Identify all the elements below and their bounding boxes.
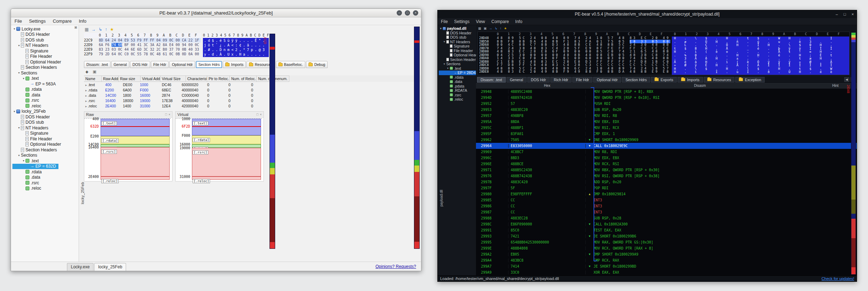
up-arrow-icon[interactable]: ↑ <box>500 27 502 30</box>
tree-item[interactable]: EP = 28D48 <box>439 71 476 75</box>
check-updates-link[interactable]: Check for updates! <box>822 276 854 281</box>
expander-icon[interactable]: ▾ <box>446 67 450 70</box>
detail-tab[interactable]: Imports <box>677 77 703 83</box>
tree-item[interactable]: Optional Header <box>12 142 63 147</box>
expander-icon[interactable]: ▾ <box>442 40 446 43</box>
up-arrow-icon[interactable]: ↑ <box>105 27 107 32</box>
tree-item[interactable]: ▾ payload.dll <box>439 26 468 31</box>
opinions-link[interactable]: Opinions? Requests? <box>375 264 416 269</box>
disasm-row[interactable]: 299A7 7414 ▼ JE SHORT 0x1800299BD <box>476 263 857 269</box>
disasm-column-title[interactable]: Disasm <box>586 84 814 89</box>
tree-item[interactable]: File Header <box>439 49 475 53</box>
panel-close-icon[interactable]: × <box>169 113 170 116</box>
column-header[interactable]: Virtual Addr. <box>141 75 160 82</box>
column-header[interactable]: Num. of Reloc. <box>230 75 257 82</box>
expander-icon[interactable]: ▾ <box>439 27 443 30</box>
tree-item[interactable]: ▾ NT Headers <box>12 43 51 49</box>
disasm-row[interactable]: 29991 85C0 TEST EAX, EAX <box>476 227 857 233</box>
menu-item[interactable]: Info <box>512 19 526 24</box>
tree-item[interactable]: .data <box>12 92 43 98</box>
tree-item[interactable]: Signature <box>12 131 51 136</box>
panel-maximize-icon[interactable]: □ <box>165 113 167 116</box>
disasm-row[interactable]: 29985 CC INT3 <box>476 197 857 203</box>
disasm-row[interactable]: 29993 7421 ▼ JE SHORT 0x1800299B6 <box>476 233 857 239</box>
expand-table-icon[interactable]: ▣ <box>93 69 96 74</box>
detail-tab[interactable]: Section Hdrs <box>196 61 222 68</box>
minimize-button[interactable]: – <box>397 10 402 16</box>
expander-icon[interactable]: ▾ <box>12 110 16 113</box>
disasm-row[interactable]: 29962 7505 ▼ JNE SHORT 0x180029969 <box>476 137 857 143</box>
tree-item[interactable]: File Header <box>12 136 55 142</box>
tree-item[interactable]: ▾ .text <box>12 76 41 82</box>
file-map-ruler[interactable] <box>851 32 856 275</box>
tree-item[interactable]: ▾ Sections <box>12 153 40 158</box>
panel-close-icon[interactable]: × <box>260 113 262 116</box>
tree-item[interactable]: Section Headers <box>439 57 476 62</box>
disasm-row[interactable]: 29995 65488B042530000000 MOV RAX, QWORD … <box>476 239 857 245</box>
disasm-row[interactable]: 29976 488B742438 MOV RSI, QWORD PTR [RSP… <box>476 173 857 179</box>
tree-item[interactable]: EP = 632D <box>12 164 58 169</box>
tree-item[interactable]: .reloc <box>12 186 44 191</box>
detail-tab[interactable]: BaseReloc. <box>276 61 306 68</box>
expander-icon[interactable]: ▾ <box>17 126 21 129</box>
detail-tab[interactable]: Optional Hdr <box>593 77 621 83</box>
close-button[interactable]: × <box>413 10 418 16</box>
disasm-row[interactable]: 29948 48895C2408 MOV QWORD PTR [RSP + 8]… <box>476 89 857 95</box>
file-tab[interactable]: Locky.exe <box>67 263 93 271</box>
section-band[interactable]: [.rsrc] <box>192 148 261 177</box>
tree-item[interactable]: .rdata <box>439 75 465 80</box>
titlebar[interactable]: PE-bear v0.3.7 [/data/mal_shared2/Locky/… <box>11 9 421 17</box>
hex-map-ruler[interactable] <box>270 34 275 249</box>
menu-item[interactable]: Settings <box>451 19 472 24</box>
ascii-row[interactable]: H.ì I.ùI.ð.ÚH.éè <box>672 71 849 74</box>
disasm-row[interactable]: 2994D 4889742410 MOV QWORD PTR [RSP + 0x… <box>476 95 857 101</box>
tree-item[interactable]: ▾ NT Headers <box>439 40 472 44</box>
add-section-button[interactable]: + <box>85 69 89 75</box>
tree-item[interactable]: .rdata <box>12 169 44 175</box>
menu-item[interactable]: File <box>438 19 451 24</box>
disasm-row[interactable]: 2995F 83FA01 CMP EDX, 1 <box>476 131 857 137</box>
maximize-button[interactable]: □ <box>844 12 846 16</box>
grid-icon[interactable]: ▦ <box>478 27 481 30</box>
tree-item[interactable]: DOS stub <box>12 120 46 125</box>
hex-bytes-row[interactable]: 48 83 EC 20 49 8B F9 49 8B F0 8B DA 48 8… <box>497 70 672 74</box>
detail-tab[interactable]: Disasm: .text <box>84 61 110 68</box>
menu-item[interactable]: File <box>11 18 25 24</box>
tree-item[interactable]: ▾ .text <box>12 158 41 164</box>
section-band[interactable]: [.data] <box>192 144 261 148</box>
disasm-row[interactable]: 2995A 8BDA MOV EBX, EDX <box>476 119 857 125</box>
ascii-row[interactable]: .#..Dnm<2,°7p.@3 <box>204 47 268 52</box>
menu-item[interactable]: Compare <box>49 18 75 24</box>
disasm-row[interactable]: 299A4 483BC8 CMP RCX, RAX <box>476 257 857 263</box>
section-row[interactable]: .data 14C00 1800 16000 2874 C0000040 0 0… <box>84 93 421 98</box>
ascii-row[interactable]: .d$.éSùÿÿ....Ê". <box>204 38 268 43</box>
tree-item[interactable]: Optional Header <box>439 53 476 57</box>
tree-item[interactable]: Section Headers <box>12 65 59 71</box>
tree-item[interactable]: .RDATA <box>439 88 469 93</box>
tree-item[interactable]: Signature <box>439 44 471 49</box>
section-row[interactable]: .rdata E200 6A00 F000 68EC 40000040 0 0 … <box>84 87 421 93</box>
detail-tab[interactable]: General <box>506 77 527 83</box>
disasm-row[interactable]: 29971 488B5C2430 MOV RBX, QWORD PTR [RSP… <box>476 167 857 173</box>
expander-icon[interactable]: ▾ <box>22 159 25 162</box>
detail-tab[interactable]: Exports <box>651 77 677 83</box>
tree-item[interactable]: .data <box>12 175 43 180</box>
disasm-row[interactable]: 29952 57 PUSH RDI <box>476 101 857 107</box>
expander-icon[interactable]: ▾ <box>22 77 25 80</box>
tree-item[interactable]: Optional Header <box>12 59 63 65</box>
section-row[interactable]: .rsrc 16400 18000 19000 17E38 40000040 0… <box>84 98 421 103</box>
menu-item[interactable]: Info <box>75 18 90 24</box>
hex-bytes-row[interactable]: 83 23 03 0C 44 6E 6D 3C 32 2C B0 37 70 0… <box>99 47 201 52</box>
tree-item[interactable]: ▾ .text <box>439 66 463 71</box>
tree-item[interactable]: Signature <box>12 48 51 54</box>
tree-item[interactable]: DOS stub <box>12 37 46 43</box>
follow-arrow-icon[interactable]: ↳ <box>98 27 102 32</box>
tree-item[interactable]: .rdata <box>12 87 44 93</box>
detail-tab[interactable]: Optional Hdr <box>169 61 195 68</box>
hex-bytes-row[interactable]: 79 2D 64 0C C0 0C 55 78 0C 48 61 0C 0B 0… <box>99 52 201 56</box>
detail-tab[interactable]: Debug <box>306 61 328 68</box>
disasm-row[interactable]: 2996E 488BCE MOV RCX, RSI <box>476 161 857 167</box>
ascii-row[interactable]: y-d.À.Ux.Ha..... <box>204 52 268 57</box>
column-header[interactable]: Name <box>84 75 102 82</box>
expander-icon[interactable]: ▾ <box>17 71 21 74</box>
